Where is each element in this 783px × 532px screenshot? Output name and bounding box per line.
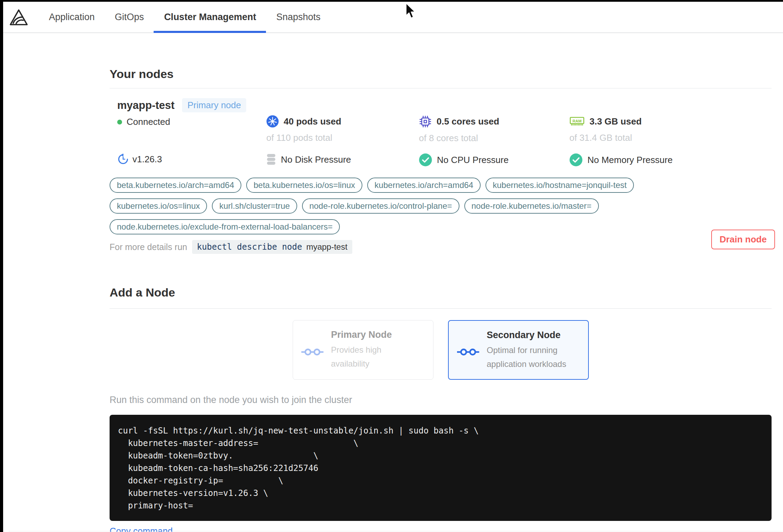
node-card: myapp-test Primary node Connected40 pods…	[110, 98, 772, 254]
stat-used: 40 pods used	[284, 116, 341, 127]
stat-total: of 31.4 GB total	[569, 132, 772, 143]
add-a-node-heading: Add a Node	[110, 285, 772, 299]
stat-total: of 8 cores total	[419, 133, 569, 144]
node-label-pill: node-role.kubernetes.io/master=	[464, 198, 599, 214]
node-label-pill: node.kubernetes.io/exclude-from-external…	[110, 219, 340, 234]
tab-snapshots[interactable]: Snapshots	[276, 2, 321, 33]
label-row: beta.kubernetes.io/arch=amd64beta.kubern…	[110, 178, 772, 193]
option-title: Primary Node	[331, 329, 421, 340]
tab-application[interactable]: Application	[49, 2, 95, 33]
viewport-bottom-edge	[9, 531, 783, 531]
divider	[110, 88, 772, 88]
stat-total: of 110 pods total	[266, 132, 419, 143]
check-icon	[569, 153, 583, 166]
main-content: Your nodes myapp-test Primary node Conne…	[110, 33, 772, 532]
option-secondary-node[interactable]: Secondary NodeOptimal for running applic…	[448, 320, 589, 380]
stat-used: 3.3 GB used	[590, 116, 642, 127]
stat-used: 0.5 cores used	[437, 116, 499, 127]
node-details-hint: For more details run kubectl describe no…	[110, 240, 772, 254]
condition-no-disk-pressure: No Disk Pressure	[266, 153, 419, 166]
condition-label: No Disk Pressure	[281, 154, 351, 165]
stat-0-5-cores-used: 0.5 cores usedof 8 cores total	[419, 115, 569, 144]
node-label-pill: beta.kubernetes.io/os=linux	[246, 178, 362, 193]
node-label-pill: kubernetes.io/arch=amd64	[367, 178, 481, 193]
node-label-pill: beta.kubernetes.io/arch=amd64	[110, 178, 241, 193]
window-edge-top	[0, 0, 783, 2]
ram-icon: RAM	[569, 115, 585, 128]
label-row: kubernetes.io/os=linuxkurl.sh/cluster=tr…	[110, 198, 772, 214]
node-label-pill: kubernetes.io/hostname=jonquil-test	[485, 178, 634, 193]
nav-tabs: ApplicationGitOpsCluster ManagementSnaps…	[49, 2, 320, 33]
label-row: node.kubernetes.io/exclude-from-external…	[110, 219, 772, 234]
join-command-text: curl -fsSL https://kurl.sh/jq-new-test-u…	[118, 424, 763, 512]
kubernetes-icon	[266, 115, 279, 128]
node-label-pill: kurl.sh/cluster=true	[212, 198, 297, 214]
node-labels: beta.kubernetes.io/arch=amd64beta.kubern…	[110, 178, 772, 234]
stat-3-3-gb-used: RAM3.3 GB usedof 31.4 GB total	[569, 115, 772, 143]
node-version: v1.26.3	[117, 153, 266, 165]
details-hint-text: For more details run	[110, 242, 187, 252]
node-stats-grid: Connected40 pods usedof 110 pods total0.…	[117, 115, 772, 166]
divider	[110, 308, 772, 309]
option-primary-node[interactable]: Primary NodeProvides high availability	[293, 320, 433, 380]
condition-label: No CPU Pressure	[437, 155, 509, 165]
reset-clock-icon	[117, 153, 129, 165]
kubectl-command: kubectl describe node	[197, 242, 302, 252]
node-label-pill: kubernetes.io/os=linux	[110, 198, 207, 214]
connected-dot-icon	[117, 120, 122, 125]
condition-no-memory-pressure: No Memory Pressure	[569, 153, 772, 166]
node-link-icon	[301, 334, 324, 370]
kubectl-command-chip: kubectl describe node myapp-test	[192, 240, 352, 254]
replicated-logo-icon	[9, 2, 29, 33]
node-type-options: Primary NodeProvides high availabilitySe…	[110, 320, 772, 380]
tab-cluster-management[interactable]: Cluster Management	[164, 2, 256, 33]
condition-label: No Memory Pressure	[587, 155, 673, 165]
svg-text:RAM: RAM	[573, 119, 582, 123]
drain-node-button[interactable]: Drain node	[711, 230, 775, 249]
option-description: Provides high availability	[331, 343, 421, 371]
node-version-label: v1.26.3	[132, 154, 162, 165]
cpu-icon	[419, 115, 432, 128]
window-edge-left	[0, 0, 3, 532]
option-title: Secondary Node	[487, 330, 577, 341]
disk-icon	[266, 153, 276, 166]
stat-40-pods-used: 40 pods usedof 110 pods total	[266, 115, 419, 143]
condition-no-cpu-pressure: No CPU Pressure	[419, 153, 569, 166]
kubectl-command-node: myapp-test	[306, 242, 347, 252]
top-nav: ApplicationGitOpsCluster ManagementSnaps…	[3, 2, 783, 33]
mouse-cursor	[405, 2, 417, 21]
node-name: myapp-test	[117, 99, 174, 112]
node-label-pill: node-role.kubernetes.io/control-plane=	[302, 198, 459, 214]
join-command-block: curl -fsSL https://kurl.sh/jq-new-test-u…	[110, 415, 772, 521]
node-status: Connected	[117, 115, 266, 127]
check-icon	[419, 153, 432, 166]
tab-gitops[interactable]: GitOps	[115, 2, 144, 33]
node-link-icon	[457, 334, 479, 370]
option-description: Optimal for running application workload…	[487, 343, 577, 371]
join-instruction: Run this command on the node you wish to…	[110, 395, 772, 405]
primary-node-badge: Primary node	[182, 98, 246, 112]
node-status-label: Connected	[127, 117, 170, 127]
your-nodes-heading: Your nodes	[110, 67, 772, 81]
